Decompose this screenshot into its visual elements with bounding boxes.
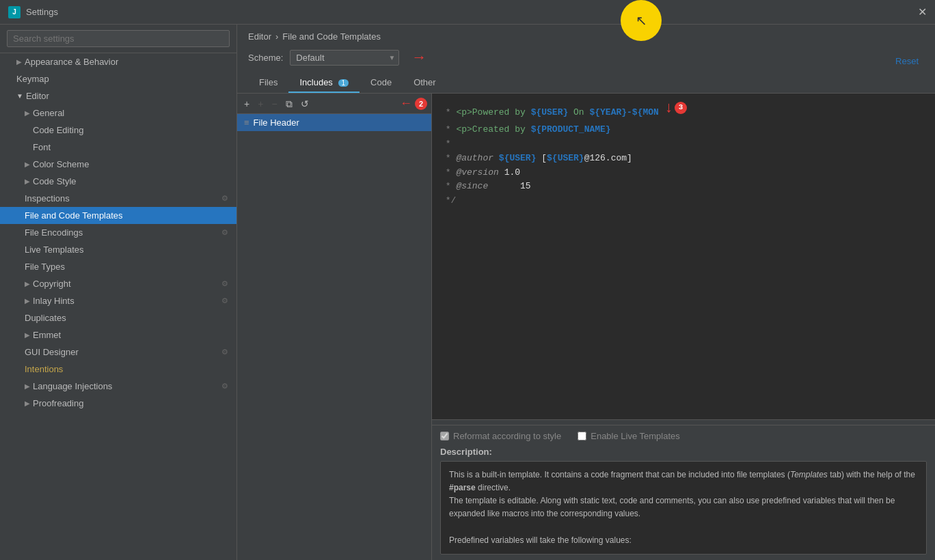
annotation-badge-3: 3 (675, 102, 687, 114)
settings-icon: ⚙ (221, 296, 228, 305)
sidebar-item-general[interactable]: ▶ General (0, 104, 236, 122)
chevron-right-icon: ▶ (25, 382, 30, 390)
sidebar-item-label: Editor (26, 91, 49, 101)
sidebar-item-emmet[interactable]: ▶ Emmet (0, 326, 236, 344)
sidebar-item-font[interactable]: Font (0, 139, 236, 156)
tab-files[interactable]: Files (248, 73, 288, 93)
breadcrumb-current: File and Code Templates (282, 31, 381, 42)
code-token: @since (456, 180, 488, 194)
code-token: @author (456, 152, 493, 166)
close-button[interactable]: ✕ (918, 5, 927, 18)
tab-code[interactable]: Code (360, 73, 403, 93)
panel-header: Editor › File and Code Templates Scheme:… (237, 25, 935, 94)
chevron-right-icon: ▶ (25, 109, 30, 117)
search-box (0, 25, 236, 53)
sidebar-item-label: Live Templates (25, 244, 83, 255)
add-button[interactable]: + (241, 97, 252, 111)
settings-icon: ⚙ (221, 194, 228, 203)
sidebar-item-copyright[interactable]: ▶ Copyright ⚙ (0, 275, 236, 292)
arrow-annotation-1: → (411, 48, 426, 66)
code-line: * <p>Powered by ${USER} On ${YEAR} -${MO… (440, 99, 927, 123)
code-token (493, 152, 499, 166)
scheme-select[interactable]: Default Project (290, 50, 399, 66)
sidebar-item-label: Keymap (16, 74, 49, 84)
remove-button[interactable]: − (269, 97, 280, 111)
code-panel: * <p>Powered by ${USER} On ${YEAR} -${MO… (432, 94, 935, 560)
settings-icon: ⚙ (221, 348, 228, 356)
reset-to-default-button[interactable]: ↺ (298, 97, 312, 111)
file-item-label: File Header (254, 117, 299, 128)
code-token: On (568, 106, 589, 120)
sidebar-item-label: Language Injections (33, 381, 112, 391)
chevron-right-icon: ▶ (25, 160, 30, 168)
tabs-row: Files Includes 1 Code Other (248, 73, 924, 93)
sidebar-item-live-templates[interactable]: Live Templates (0, 241, 236, 258)
reformat-label: Reformat according to style (453, 431, 561, 441)
sidebar-item-label: Intentions (25, 364, 63, 374)
add-from-button[interactable]: + (255, 97, 266, 111)
sidebar-item-keymap[interactable]: Keymap (0, 70, 236, 87)
live-templates-checkbox[interactable] (578, 432, 586, 440)
file-list: ≡ File Header (237, 114, 431, 560)
sidebar-item-gui-designer[interactable]: GUI Designer ⚙ (0, 344, 236, 361)
settings-icon: ⚙ (221, 382, 228, 391)
code-token: 15 (488, 180, 530, 194)
file-list-panel: + + − ⧉ ↺ ← 2 ≡ File Header (237, 94, 432, 560)
sidebar-item-file-types[interactable]: File Types (0, 258, 236, 275)
tab-badge: 1 (338, 79, 349, 87)
code-prefix: * (440, 180, 456, 194)
code-prefix: * (440, 152, 456, 166)
sidebar-item-label: Code Editing (33, 125, 83, 135)
reset-link[interactable]: Reset (895, 56, 919, 66)
code-line: * @since 15 (440, 180, 927, 194)
sidebar-item-inlay-hints[interactable]: ▶ Inlay Hints ⚙ (0, 292, 236, 309)
scheme-label: Scheme: (248, 53, 283, 63)
settings-icon: ⚙ (221, 228, 228, 237)
window-title: Settings (26, 7, 58, 17)
file-item-file-header[interactable]: ≡ File Header (237, 114, 431, 131)
code-prefix: * (440, 123, 456, 137)
sidebar-item-file-encodings[interactable]: File Encodings ⚙ (0, 224, 236, 241)
sidebar-item-label: Color Scheme (33, 159, 89, 169)
copy-button[interactable]: ⧉ (283, 97, 295, 111)
code-token: @version (456, 166, 498, 180)
sidebar-item-appearance-behavior[interactable]: ▶ Appearance & Behavior (0, 53, 236, 70)
sidebar-item-label: Font (33, 142, 51, 152)
tab-includes[interactable]: Includes 1 (288, 73, 360, 93)
sidebar-item-language-injections[interactable]: ▶ Language Injections ⚙ (0, 378, 236, 395)
sidebar-item-editor[interactable]: ▼ Editor (0, 87, 236, 104)
sidebar: ▶ Appearance & Behavior Keymap ▼ Editor … (0, 25, 237, 560)
panel-body: + + − ⧉ ↺ ← 2 ≡ File Header (237, 94, 935, 560)
chevron-down-icon: ▼ (16, 92, 23, 100)
sidebar-item-code-editing[interactable]: Code Editing (0, 122, 236, 139)
file-icon: ≡ (244, 117, 249, 128)
code-editor[interactable]: * <p>Powered by ${USER} On ${YEAR} -${MO… (432, 94, 935, 419)
tab-label: Other (414, 77, 436, 87)
sidebar-item-duplicates[interactable]: Duplicates (0, 309, 236, 326)
sidebar-item-label: Inlay Hints (33, 296, 74, 306)
sidebar-item-file-and-code-templates[interactable]: File and Code Templates (0, 207, 236, 224)
app-logo: J (8, 6, 21, 18)
scrollbar[interactable] (432, 419, 935, 425)
tab-label: Includes (299, 77, 332, 87)
search-input[interactable] (7, 30, 230, 47)
sidebar-item-label: Inspections (25, 193, 70, 204)
cursor-arrow-icon: ↖ (636, 12, 647, 29)
sidebar-item-code-style[interactable]: ▶ Code Style (0, 173, 236, 190)
sidebar-item-intentions[interactable]: Intentions (0, 361, 236, 378)
sidebar-item-inspections[interactable]: Inspections ⚙ (0, 190, 236, 207)
reformat-checkbox[interactable] (440, 432, 449, 440)
sidebar-item-proofreading[interactable]: ▶ Proofreading (0, 395, 236, 412)
breadcrumb-editor: Editor (248, 31, 271, 42)
tab-other[interactable]: Other (403, 73, 447, 93)
reformat-checkbox-label[interactable]: Reformat according to style (440, 431, 561, 441)
sidebar-item-label: File Types (25, 262, 65, 272)
code-line: */ (440, 194, 927, 208)
sidebar-item-color-scheme[interactable]: ▶ Color Scheme (0, 156, 236, 173)
code-token: ${USER} (499, 152, 537, 166)
sidebar-item-label: Appearance & Behavior (25, 57, 118, 67)
chevron-right-icon: ▶ (25, 331, 30, 339)
right-panel: Reset Editor › File and Code Templates S… (237, 25, 935, 560)
live-templates-checkbox-label[interactable]: Enable Live Templates (578, 431, 680, 441)
title-bar: J Settings ↖ ✕ (0, 0, 935, 25)
